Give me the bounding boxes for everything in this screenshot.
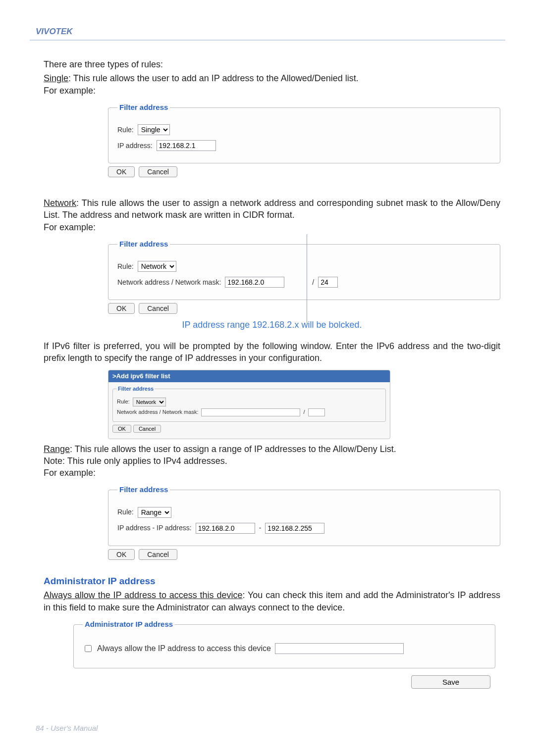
ok-button-2[interactable]: OK xyxy=(108,303,135,314)
page-footer: 84 - User's Manual xyxy=(30,704,505,732)
fieldset-legend-1: Filter address xyxy=(117,102,170,112)
ipv6-popup-title: >Add ipv6 filter list xyxy=(108,370,390,382)
fieldset-legend-3: Filter address xyxy=(117,485,170,495)
ok-button-1[interactable]: OK xyxy=(108,166,135,177)
filter-address-panel-network: Filter address Rule: Network Network add… xyxy=(108,239,500,300)
rule-select-network[interactable]: Network xyxy=(138,261,176,272)
ip-address-input-single[interactable] xyxy=(157,140,216,151)
cancel-button-1[interactable]: Cancel xyxy=(139,166,177,177)
rule-select-range[interactable]: Range xyxy=(138,507,171,518)
network-mask-input[interactable] xyxy=(318,277,338,288)
ip-range-from-input[interactable] xyxy=(196,523,255,534)
ok-button-ipv6[interactable]: OK xyxy=(112,425,131,433)
filter-address-panel-range: Filter address Rule: Range IP address - … xyxy=(108,485,500,546)
fieldset-legend-ipv6: Filter address xyxy=(117,385,155,393)
cancel-button-3[interactable]: Cancel xyxy=(139,549,177,560)
for-example-2: For example: xyxy=(44,222,96,232)
rules-intro: There are three types of rules: xyxy=(44,58,500,70)
rule-label-2: Rule: xyxy=(117,262,134,271)
admin-ip-input[interactable] xyxy=(275,643,404,654)
rule-label-ipv6: Rule: xyxy=(117,398,130,405)
brand-header: VIVOTEK xyxy=(30,24,505,41)
network-mask-label-ipv6: Network address / Network mask: xyxy=(117,408,198,416)
rule-single-desc: : This rule allows the user to add an IP… xyxy=(68,73,359,83)
rule-single-label: Single xyxy=(44,73,68,83)
ipv6-address-input[interactable] xyxy=(201,408,300,416)
ipv6-filter-fieldset: Filter address Rule: Network Network add… xyxy=(112,385,386,422)
admin-ip-legend: Administrator IP address xyxy=(83,619,175,629)
rule-range-note: Note: This rule only applies to IPv4 add… xyxy=(44,456,227,466)
cancel-button-2[interactable]: Cancel xyxy=(139,303,177,314)
dash-label: - xyxy=(259,523,262,533)
network-mask-label: Network address / Network mask: xyxy=(117,278,221,287)
rule-select-single[interactable]: Single xyxy=(138,124,170,135)
ip-address-label: IP address: xyxy=(117,141,153,151)
rule-range-label: Range xyxy=(44,444,70,454)
fieldset-legend-2: Filter address xyxy=(117,239,170,249)
always-allow-label: Always allow the IP address to access th… xyxy=(97,643,271,654)
cancel-button-ipv6[interactable]: Cancel xyxy=(133,425,161,433)
always-allow-checkbox[interactable] xyxy=(85,645,92,652)
admin-ip-panel: Administrator IP address Always allow th… xyxy=(73,619,495,668)
ip-range-label: IP address - IP address: xyxy=(117,523,192,533)
slash-label-ipv6: / xyxy=(303,408,305,416)
for-example-3: For example: xyxy=(44,468,96,478)
slash-label: / xyxy=(312,278,314,287)
save-button[interactable]: Save xyxy=(411,675,490,689)
rule-label: Rule: xyxy=(117,125,134,135)
ipv6-intro: If IPv6 filter is preferred, you will be… xyxy=(44,340,500,364)
rule-select-ipv6[interactable]: Network xyxy=(133,398,166,406)
ipv6-popup: >Add ipv6 filter list Filter address Rul… xyxy=(108,370,390,439)
ok-button-3[interactable]: OK xyxy=(108,549,135,560)
ip-range-to-input[interactable] xyxy=(265,523,324,534)
rule-network-label: Network xyxy=(44,198,76,208)
admin-strong: Always allow the IP address to access th… xyxy=(44,590,242,600)
rule-range-desc: : This rule allows the user to assign a … xyxy=(70,444,396,454)
rule-label-3: Rule: xyxy=(117,507,134,517)
content-area: There are three types of rules: Single: … xyxy=(30,56,505,704)
network-address-input[interactable] xyxy=(225,277,284,288)
blocked-range-callout: IP address range 192.168.2.x will be bol… xyxy=(44,319,500,331)
filter-address-panel-single: Filter address Rule: Single IP address: xyxy=(108,102,500,163)
ipv6-mask-input[interactable] xyxy=(308,408,325,416)
rule-network-desc: : This rule allows the user to assign a … xyxy=(44,198,500,220)
for-example-1: For example: xyxy=(44,86,96,96)
admin-ip-heading: Administrator IP address xyxy=(44,575,500,588)
